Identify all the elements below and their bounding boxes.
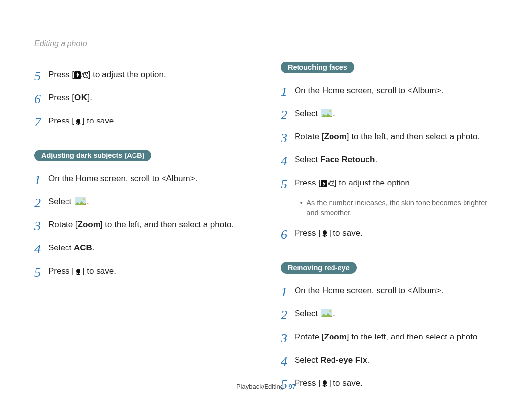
step-text: Select Face Retouch. [295,152,377,166]
text-bold: Zoom [324,132,347,141]
text: ] to the left, and then select a photo. [347,332,480,341]
text: ]. [87,93,92,102]
text: Select [48,243,74,252]
redeye-step-1: 1 On the Home screen, scroll to <Album>. [281,282,498,302]
step-number: 4 [281,352,295,371]
svg-line-6 [87,72,88,73]
text: Rotate [ [295,132,324,141]
svg-line-5 [84,72,85,73]
text: On the Home screen, scroll to [295,86,408,95]
step-6: 6 Press [OK]. [34,90,251,109]
step-text: Rotate [Zoom] to the left, and then sele… [295,128,480,143]
text: Press [ [48,266,74,276]
step-text: On the Home screen, scroll to <Album>. [295,282,443,297]
step-text: Select . [295,306,335,320]
step-number: 1 [281,282,295,302]
text: Press [ [48,116,74,125]
retouch-step-5: 5 Press [/] to adjust the option. [281,175,498,194]
text: Rotate [ [48,220,78,229]
text: ] to adjust the option. [334,178,412,187]
step-7: 7 Press [] to save. [34,113,251,132]
text: ] to the left, and then select a photo. [100,220,233,229]
text-bold: <Album> [408,86,441,95]
step-number: 7 [34,113,48,132]
step-text: On the Home screen, scroll to <Album>. [48,170,197,185]
text: Select [48,197,74,206]
step-number: 3 [281,128,295,148]
redeye-step-2: 2 Select . [281,306,498,325]
acb-step-5: 5 Press [] to save. [34,263,251,282]
text: Press [ [295,178,321,187]
acb-step-1: 1 On the Home screen, scroll to <Album>. [34,170,251,189]
text: Press [ [48,70,74,79]
section-heading-redeye: Removing red-eye [281,262,357,274]
step-number: 2 [34,193,48,213]
redeye-step-4: 4 Select Red-eye Fix. [281,352,498,371]
flash-timer-icon: / [74,71,88,79]
text-bold: Zoom [324,332,347,341]
text: On the Home screen, scroll to [295,286,408,295]
step-number: 3 [34,216,48,236]
text-bold: Face Retouch [320,155,375,164]
text: . [333,309,335,318]
text: On the Home screen, scroll to [48,174,162,183]
text-bold: Red-eye Fix [320,355,367,365]
step-text: On the Home screen, scroll to <Album>. [295,82,443,97]
text: . [195,174,198,183]
step-text: Press [/] to adjust the option. [48,66,166,81]
step-number: 2 [281,105,295,124]
flash-timer-icon: / [321,180,334,187]
retouch-step-4: 4 Select Face Retouch. [281,152,498,171]
step-number: 1 [34,170,48,189]
step-number: 1 [281,82,295,101]
step-number: 5 [34,66,48,86]
edit-image-icon [75,197,86,205]
section-heading-acb: Adjusting dark subjects (ACB) [34,150,151,161]
ok-icon: OK [74,93,88,102]
edit-image-icon [321,309,332,317]
note-text: As the number increases, the skin tone b… [306,198,497,218]
text: . [441,86,444,95]
macro-icon [321,229,329,237]
step-text: Press [] to save. [48,263,116,278]
section-heading-retouch: Retouching faces [281,62,354,73]
step-number: 2 [281,306,295,325]
svg-line-13 [333,181,334,182]
step-text: Rotate [Zoom] to the left, and then sele… [48,216,233,231]
acb-step-4: 4 Select ACB. [34,240,251,259]
acb-step-3: 3 Rotate [Zoom] to the left, and then se… [34,216,251,236]
text: ] to save. [82,266,116,276]
step-number: 5 [34,263,48,282]
retouch-note: • As the number increases, the skin tone… [299,198,497,218]
text-bold: <Album> [162,174,195,183]
step-number: 4 [34,240,48,259]
redeye-step-3: 3 Rotate [Zoom] to the left, and then se… [281,329,498,348]
macro-icon [74,268,82,276]
step-text: Press [OK]. [48,90,92,104]
text: . [92,243,95,252]
step-text: Press [] to save. [48,113,116,127]
text: ] to save. [329,228,363,238]
step-text: Press [/] to adjust the option. [295,175,412,189]
retouch-step-2: 2 Select . [281,105,498,124]
text: Rotate [ [295,332,324,341]
page-footer: Playback/Editing 97 [0,383,532,390]
footer-section: Playback/Editing [236,383,284,390]
step-number: 6 [281,225,295,244]
text: Select [295,109,320,118]
text: ] to the left, and then select a photo. [347,132,480,141]
text-bold: <Album> [408,286,441,295]
text: ] to save. [82,116,116,125]
step-number: 6 [34,90,48,109]
retouch-step-6: 6 Press [] to save. [281,225,498,244]
acb-step-2: 2 Select . [34,193,251,213]
step-number: 4 [281,152,295,171]
step-text: Select Red-eye Fix. [295,352,369,367]
retouch-step-3: 3 Rotate [Zoom] to the left, and then se… [281,128,498,148]
step-text: Rotate [Zoom] to the left, and then sele… [295,329,480,343]
text: . [87,197,89,206]
text: Select [295,309,320,318]
step-text: Select . [48,193,89,208]
step-text: Press [] to save. [295,225,363,240]
text: Press [ [48,93,74,102]
